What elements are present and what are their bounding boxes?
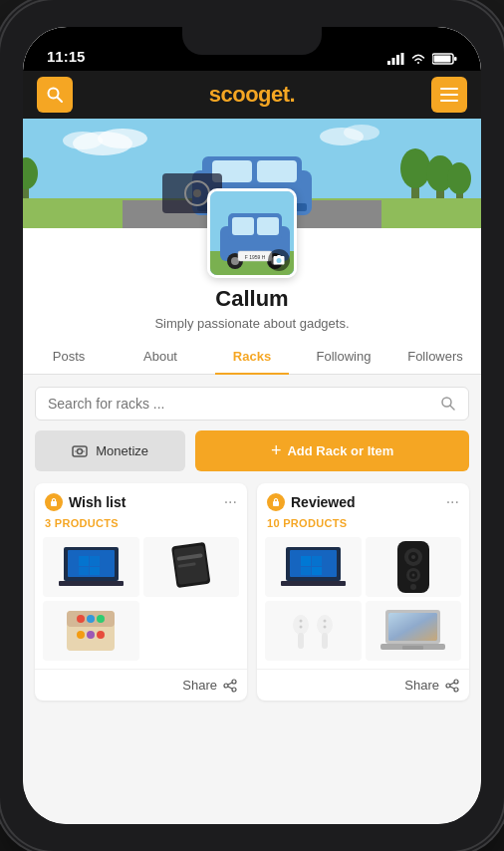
svg-point-116 (454, 688, 458, 692)
nav-menu-button[interactable] (431, 77, 467, 113)
tab-posts[interactable]: Posts (23, 339, 115, 374)
svg-point-11 (98, 129, 147, 148)
svg-point-75 (77, 615, 85, 623)
rack-wishlist-products (35, 537, 247, 669)
svg-point-54 (276, 258, 281, 263)
search-bar (35, 387, 469, 421)
svg-rect-67 (79, 567, 89, 575)
svg-point-100 (411, 574, 414, 577)
rack-card-reviewed: Reviewed ··· 10 PRODUCTS (257, 483, 469, 701)
svg-point-80 (97, 631, 105, 639)
top-nav: scooget. (23, 71, 481, 119)
rack-wishlist-count: 3 PRODUCTS (35, 515, 247, 537)
svg-point-20 (447, 162, 471, 194)
svg-point-106 (300, 620, 303, 623)
rack-grid: Wish list ··· 3 PRODUCTS (35, 483, 469, 701)
svg-point-83 (224, 684, 228, 688)
battery-icon (432, 53, 457, 65)
phone-notch (182, 27, 322, 55)
svg-point-78 (77, 631, 85, 639)
svg-point-115 (454, 680, 458, 684)
rack-reviewed-products (257, 537, 469, 669)
svg-line-84 (228, 683, 232, 685)
svg-rect-47 (257, 217, 279, 235)
hamburger-line-3 (440, 100, 458, 102)
svg-rect-6 (434, 56, 451, 63)
svg-point-82 (232, 688, 236, 692)
svg-text:F 1959 H: F 1959 H (245, 254, 266, 260)
avatar-container: F 1959 H Callum Simply passionate about … (154, 188, 349, 339)
avatar-wrapper: F 1959 H (207, 188, 297, 278)
product-airpods-image (285, 603, 341, 659)
search-icon (46, 86, 64, 104)
rack-wishlist-header: Wish list ··· (35, 483, 247, 515)
rack-reviewed-icon (267, 493, 285, 511)
svg-rect-92 (301, 567, 311, 575)
monetize-button[interactable]: Monetize (35, 430, 185, 471)
svg-point-16 (400, 148, 430, 188)
svg-point-117 (446, 684, 450, 688)
svg-point-101 (410, 584, 416, 590)
tab-followers[interactable]: Followers (389, 339, 481, 374)
product-box-image (63, 605, 119, 657)
rack-reviewed-header: Reviewed ··· (257, 483, 469, 515)
tab-racks[interactable]: Racks (206, 339, 298, 374)
svg-rect-64 (59, 581, 124, 586)
svg-rect-1 (392, 58, 395, 65)
tab-following[interactable]: Following (298, 339, 389, 374)
logo-dot: . (290, 82, 296, 107)
rack-wishlist-footer[interactable]: Share (35, 669, 247, 701)
product-speaker-image (391, 539, 435, 595)
svg-rect-2 (396, 55, 399, 65)
rack-reviewed-footer[interactable]: Share (257, 669, 469, 701)
svg-rect-86 (273, 501, 279, 506)
rack-reviewed-title-row: Reviewed (267, 493, 356, 511)
rack-card-wishlist: Wish list ··· 3 PRODUCTS (35, 483, 247, 701)
svg-line-85 (228, 687, 232, 689)
search-input[interactable] (48, 396, 432, 412)
product-thumb-laptop2 (265, 537, 362, 597)
monetize-icon (72, 443, 88, 459)
lock-reviewed-icon (271, 497, 281, 507)
svg-point-108 (324, 620, 327, 623)
svg-rect-93 (312, 567, 322, 575)
svg-point-76 (87, 615, 95, 623)
nav-search-button[interactable] (37, 77, 73, 113)
product-wallet-image (166, 539, 216, 595)
rack-wishlist-title-row: Wish list (45, 493, 126, 511)
product-thumb-wallet (143, 537, 240, 597)
svg-point-79 (87, 631, 95, 639)
camera-badge[interactable] (268, 249, 290, 271)
svg-rect-3 (401, 53, 404, 65)
rack-reviewed-menu[interactable]: ··· (446, 493, 459, 511)
rack-reviewed-count: 10 PRODUCTS (257, 515, 469, 537)
svg-line-119 (450, 687, 454, 689)
lock-icon (49, 497, 59, 507)
main-scroll: F 1959 H (23, 119, 481, 824)
svg-point-97 (411, 555, 415, 559)
svg-point-104 (317, 615, 333, 635)
svg-point-58 (78, 448, 83, 453)
tab-about[interactable]: About (115, 339, 206, 374)
product-thumb-macbook (366, 601, 462, 661)
svg-line-118 (450, 683, 454, 685)
svg-point-77 (97, 615, 105, 623)
product-macbook-image (380, 606, 445, 656)
rack-wishlist-menu[interactable]: ··· (224, 493, 237, 511)
svg-rect-103 (298, 633, 304, 649)
svg-point-14 (344, 125, 379, 141)
svg-rect-105 (322, 633, 328, 649)
svg-rect-112 (388, 613, 437, 641)
svg-rect-66 (90, 556, 100, 566)
status-time: 11:15 (47, 48, 85, 65)
svg-rect-90 (301, 556, 311, 566)
svg-rect-61 (51, 501, 57, 506)
svg-rect-89 (281, 581, 346, 586)
app-logo: scooget. (209, 82, 295, 108)
rack-wishlist-icon (45, 493, 63, 511)
svg-rect-5 (454, 57, 457, 61)
add-rack-button[interactable]: + Add Rack or Item (195, 430, 469, 471)
rack-reviewed-title: Reviewed (291, 494, 356, 510)
hamburger-line-2 (440, 94, 458, 96)
svg-rect-68 (90, 567, 100, 575)
